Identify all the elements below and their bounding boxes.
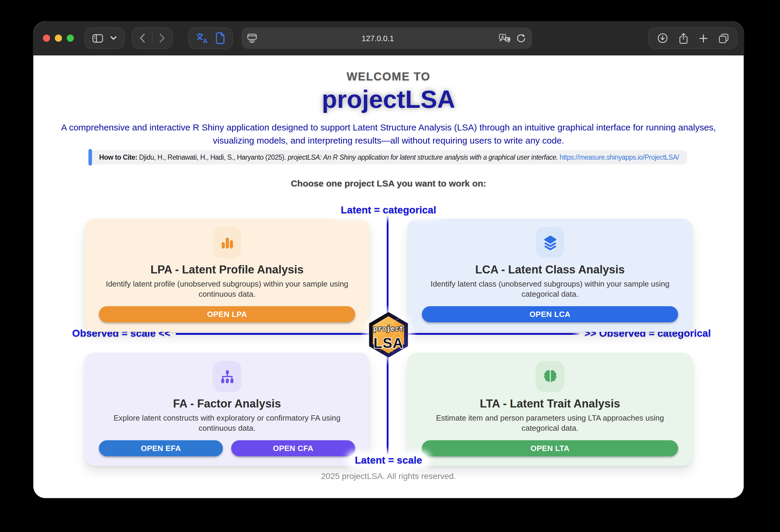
screen: A [0,0,780,532]
downloads-icon[interactable] [657,33,668,44]
card-description: Explore latent constructs with explorato… [99,414,355,434]
new-tab-icon[interactable] [699,34,708,43]
share-icon[interactable] [679,33,688,44]
card-actions: OPEN LTA [422,440,678,456]
window-controls [43,35,74,42]
axis-label-bottom: Latent = scale [349,454,428,467]
minimize-window-button[interactable] [55,35,62,42]
open-lca-button[interactable]: OPEN LCA [422,306,678,322]
back-button[interactable] [139,33,145,43]
chevron-down-icon[interactable] [110,36,117,41]
translate-badge-icon[interactable]: A [499,33,511,43]
bar-chart-icon [213,227,241,258]
fullscreen-window-button[interactable] [67,35,74,42]
reader-icon[interactable] [215,32,225,44]
footer-copyright: 2025 projectLSA. All rights reserved. [33,471,744,481]
svg-text:A: A [501,34,504,39]
layers-icon [536,227,564,258]
brain-icon [536,361,564,392]
axis-label-top-wrap: Latent = categorical [33,204,744,216]
citation-label: How to Cite: [99,154,137,161]
open-lta-button[interactable]: OPEN LTA [422,440,678,456]
card-fa: FA - Factor Analysis Explore latent cons… [85,353,370,466]
card-actions: OPEN EFA OPEN CFA [99,440,355,456]
citation-box: How to Cite: Djidu, H., Retnawati, H., H… [90,150,687,164]
card-description: Estimate item and person parameters usin… [422,414,678,434]
sidebar-controls [85,28,125,49]
app-title: projectLSA [33,85,744,114]
app-description: A comprehensive and interactive R Shiny … [51,121,726,147]
open-cfa-button[interactable]: OPEN CFA [231,440,355,456]
page-tools: A [188,28,233,49]
axis-label-top: Latent = categorical [336,204,442,216]
logo-text-lsa: LSA [374,335,404,351]
page-settings-icon[interactable] [247,33,257,43]
project-lsa-logo: project LSA [367,311,410,358]
card-description: Identify latent class (unobserved subgro… [422,279,678,300]
reload-icon[interactable] [516,33,526,43]
card-lca: LCA - Latent Class Analysis Identify lat… [407,219,692,332]
sidebar-icon[interactable] [92,34,103,43]
forward-button[interactable] [159,33,165,43]
logo-text-project: project [374,325,404,332]
citation-accent-bar [89,149,92,165]
browser-actions [648,28,738,49]
welcome-heading: WELCOME TO [33,70,744,83]
browser-window: A [33,21,744,498]
page-content: WELCOME TO projectLSA A comprehensive an… [33,55,744,498]
address-bar[interactable]: 127.0.0.1 A [241,28,532,49]
svg-text:A: A [203,37,208,44]
citation-link[interactable]: https://measure.shinyapps.io/ProjectLSA/ [560,154,679,161]
browser-toolbar: A [33,21,744,55]
citation-authors: Djidu, H., Retnawati, H., Hadi, S., Hary… [137,154,288,161]
history-navigation [132,28,173,49]
card-actions: OPEN LCA [422,306,678,322]
card-title: LCA - Latent Class Analysis [422,263,678,277]
open-lpa-button[interactable]: OPEN LPA [99,306,355,322]
card-lpa: LPA - Latent Profile Analysis Identify l… [85,219,370,332]
open-efa-button[interactable]: OPEN EFA [99,440,223,456]
card-actions: OPEN LPA [99,306,355,322]
translate-icon[interactable]: A [196,32,208,44]
card-title: LPA - Latent Profile Analysis [99,263,355,277]
card-lta: LTA - Latent Trait Analysis Estimate ite… [407,353,692,466]
choose-prompt: Choose one project LSA you want to work … [33,178,744,188]
citation-work-title: projectLSA: An R Shiny application for l… [288,154,560,161]
divider [152,32,153,44]
tab-overview-icon[interactable] [719,33,729,43]
hierarchy-icon [213,361,241,392]
url-text[interactable]: 127.0.0.1 [257,34,499,43]
card-description: Identify latent profile (unobserved subg… [99,279,355,300]
close-window-button[interactable] [43,35,50,42]
axis-label-bottom-wrap: Latent = scale [33,454,744,467]
card-title: LTA - Latent Trait Analysis [422,397,678,410]
card-title: FA - Factor Analysis [99,397,355,410]
